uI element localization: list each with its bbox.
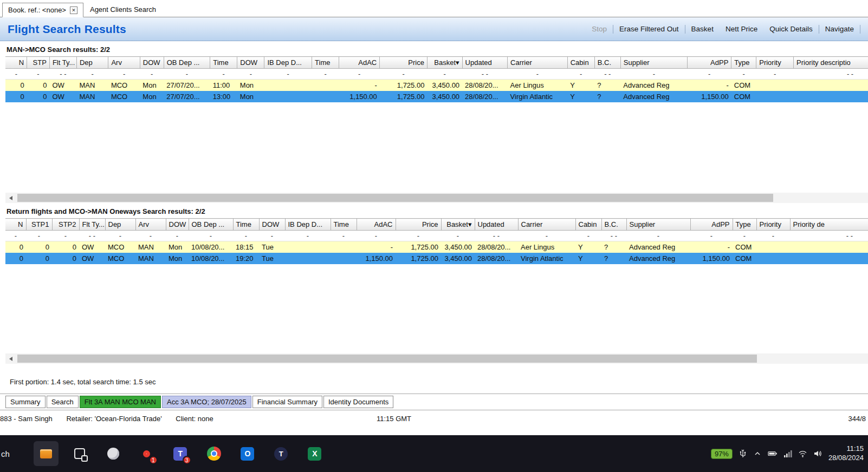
filter-cell[interactable]: -: [575, 231, 601, 241]
chrome-icon[interactable]: [202, 441, 226, 466]
column-header-time[interactable]: Time: [210, 57, 237, 69]
column-header-adac[interactable]: AdAC: [357, 219, 396, 231]
filter-cell[interactable]: -: [620, 69, 687, 80]
erase-filtered-out-button[interactable]: Erase Filtered Out: [613, 25, 685, 33]
column-header-ob-dep-[interactable]: OB Dep ...: [189, 219, 233, 231]
battery-percentage[interactable]: 97%: [711, 449, 733, 459]
tab-agent-clients-search[interactable]: Agent Clients Search: [85, 2, 161, 17]
navigate-button[interactable]: Navigate: [819, 25, 860, 33]
filter-cell[interactable]: -: [76, 69, 108, 80]
column-header-type[interactable]: Type: [733, 219, 756, 231]
filter-cell[interactable]: -: [441, 231, 475, 241]
column-header-supplier[interactable]: Supplier: [626, 219, 690, 231]
filter-cell[interactable]: -: [331, 231, 357, 241]
column-header-stp1[interactable]: STP1: [26, 219, 52, 231]
column-header-ib-dep-d-[interactable]: IB Dep D...: [264, 57, 312, 69]
filter-cell[interactable]: -: [756, 69, 794, 80]
filter-cell[interactable]: -: [259, 231, 285, 241]
filter-cell[interactable]: -: [135, 231, 166, 241]
snipping-tool-icon[interactable]: [101, 441, 126, 466]
column-header-stp2[interactable]: STP2: [52, 219, 79, 231]
column-header-priority-descriptio[interactable]: Priority descriptio: [794, 57, 868, 69]
scroll-left-button[interactable]: [5, 353, 16, 364]
column-header-b-c-[interactable]: B.C.: [594, 57, 620, 69]
filter-cell[interactable]: -: [164, 69, 210, 80]
column-header-ob-dep-[interactable]: OB Dep ...: [164, 57, 210, 69]
column-header-dow[interactable]: DOW: [237, 57, 264, 69]
filter-row[interactable]: --- ------------- ---- ------ -: [5, 69, 868, 80]
filter-cell[interactable]: -: [105, 231, 135, 241]
column-header-flt-ty-[interactable]: Flt Ty...: [49, 57, 76, 69]
column-header-cabin[interactable]: Cabin: [567, 57, 594, 69]
scroll-thumb[interactable]: [17, 194, 773, 202]
column-header-supplier[interactable]: Supplier: [620, 57, 687, 69]
filter-cell[interactable]: -: [26, 231, 52, 241]
filter-cell[interactable]: -: [357, 231, 396, 241]
browser-icon[interactable]: 1: [134, 441, 159, 466]
column-header-flt-ty-[interactable]: Flt Ty...: [79, 219, 105, 231]
excel-icon[interactable]: X: [302, 441, 327, 466]
column-header-arv[interactable]: Arv: [108, 57, 140, 69]
usb-icon[interactable]: [739, 449, 747, 458]
tab-flight-man-mco-man[interactable]: Flt 3A MAN MCO MAN: [80, 396, 161, 408]
filter-cell[interactable]: - -: [79, 231, 105, 241]
filter-cell[interactable]: -: [626, 231, 690, 241]
result-row[interactable]: 000OWMCOMANMon10/08/20...18:15Tue-1,725.…: [5, 241, 868, 253]
column-header-adpp[interactable]: AdPP: [690, 219, 733, 231]
wifi-icon[interactable]: [798, 449, 807, 458]
tab-identity-documents[interactable]: Identity Documents: [323, 396, 393, 408]
filter-cell[interactable]: -: [733, 231, 756, 241]
column-header-dow[interactable]: DOW: [166, 219, 189, 231]
outbound-horizontal-scrollbar[interactable]: [5, 193, 868, 203]
filter-cell[interactable]: -: [731, 69, 756, 80]
filter-cell[interactable]: -: [285, 231, 331, 241]
cellular-signal-icon[interactable]: [783, 449, 792, 458]
task-view-icon[interactable]: [67, 441, 92, 466]
filter-cell[interactable]: -: [5, 69, 27, 80]
result-row[interactable]: 00OWMANMCOMon27/07/20...13:00Mon1,150.00…: [5, 91, 868, 102]
result-row[interactable]: 00OWMANMCOMon27/07/20...11:00Mon-1,725.0…: [5, 80, 868, 91]
tab-summary[interactable]: Summary: [5, 396, 46, 408]
volume-icon[interactable]: [813, 449, 822, 458]
chevron-up-icon[interactable]: [753, 449, 762, 458]
column-header-price[interactable]: Price: [380, 57, 427, 69]
column-header-arv[interactable]: Arv: [135, 219, 166, 231]
column-header-dep[interactable]: Dep: [105, 219, 135, 231]
outlook-icon[interactable]: O: [235, 441, 260, 466]
column-header-n[interactable]: N: [5, 219, 26, 231]
column-header-updated[interactable]: Updated: [475, 219, 518, 231]
filter-cell[interactable]: -: [5, 231, 26, 241]
filter-cell[interactable]: -: [237, 69, 264, 80]
filter-cell[interactable]: -: [687, 69, 731, 80]
column-header-price[interactable]: Price: [396, 219, 441, 231]
column-header-time[interactable]: Time: [233, 219, 259, 231]
filter-cell[interactable]: -: [690, 231, 733, 241]
tab-financial-summary[interactable]: Financial Summary: [252, 396, 322, 408]
column-header-updated[interactable]: Updated: [462, 57, 507, 69]
filter-cell[interactable]: -: [166, 231, 189, 241]
column-header-priority[interactable]: Priority: [756, 57, 794, 69]
pinned-app-icon[interactable]: [34, 441, 59, 466]
filter-cell[interactable]: -: [396, 231, 441, 241]
scroll-left-button[interactable]: [5, 193, 16, 203]
teams-icon[interactable]: T 3: [168, 441, 193, 466]
column-header-carrier[interactable]: Carrier: [518, 219, 575, 231]
column-header-basket-[interactable]: Basket▾: [427, 57, 462, 69]
stop-button[interactable]: Stop: [586, 25, 613, 33]
filter-cell[interactable]: - -: [790, 231, 868, 241]
filter-cell[interactable]: -: [233, 231, 259, 241]
filter-cell[interactable]: -: [756, 231, 790, 241]
filter-cell[interactable]: - -: [601, 231, 626, 241]
filter-cell[interactable]: -: [427, 69, 462, 80]
column-header-dow[interactable]: DOW: [140, 57, 164, 69]
filter-cell[interactable]: -: [508, 69, 568, 80]
column-header-adpp[interactable]: AdPP: [687, 57, 731, 69]
filter-cell[interactable]: - -: [462, 69, 507, 80]
column-header-ib-dep-d-[interactable]: IB Dep D...: [285, 219, 331, 231]
filter-cell[interactable]: - -: [794, 69, 868, 80]
column-header-priority-de[interactable]: Priority de: [790, 219, 868, 231]
nett-price-button[interactable]: Nett Price: [720, 25, 763, 33]
filter-row[interactable]: ---- ------------- ---- ------ -: [5, 231, 868, 241]
column-header-time[interactable]: Time: [331, 219, 357, 231]
filter-cell[interactable]: -: [312, 69, 339, 80]
